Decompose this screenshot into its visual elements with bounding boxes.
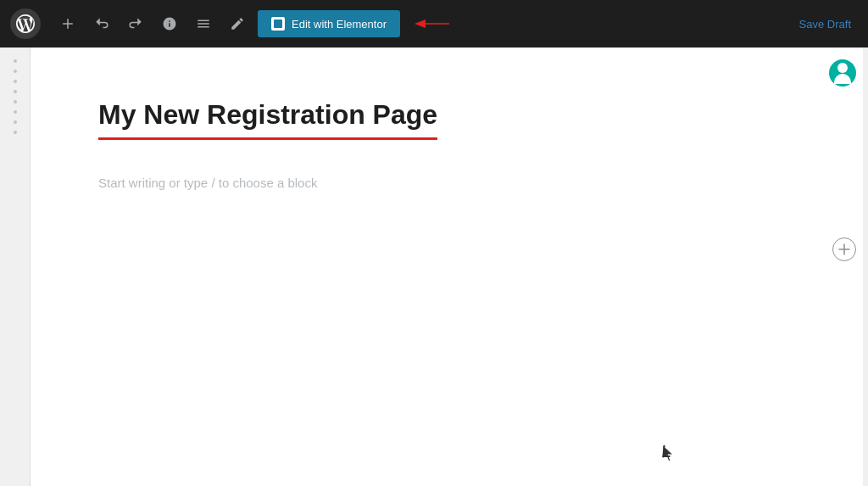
main-content: My New Registration Page Start writing o…	[31, 47, 868, 486]
strip-dot	[14, 110, 17, 114]
strip-dot	[14, 100, 17, 103]
strip-dot	[14, 80, 17, 83]
list-icon	[196, 16, 211, 31]
add-block-button[interactable]	[832, 237, 856, 261]
plus-circle-icon	[838, 243, 850, 255]
block-placeholder[interactable]: Start writing or type / to choose a bloc…	[98, 165, 726, 201]
edit-elementor-label: Edit with Elementor	[292, 18, 387, 31]
arrow-indicator	[410, 15, 453, 32]
strip-dot	[14, 70, 17, 73]
avatar[interactable]	[829, 59, 856, 87]
strip-dot	[14, 59, 17, 63]
toolbar: Edit with Elementor Save Draft	[0, 0, 868, 47]
wordpress-icon	[16, 14, 35, 33]
page-title[interactable]: My New Registration Page	[98, 98, 437, 140]
undo-button[interactable]	[88, 10, 115, 37]
cursor-icon	[663, 445, 676, 462]
pencil-icon	[230, 16, 245, 31]
scrollbar[interactable]	[863, 47, 868, 486]
arrow-icon	[410, 15, 453, 32]
info-icon	[162, 16, 177, 31]
list-button[interactable]	[190, 10, 217, 37]
toolbar-right: Save Draft	[793, 14, 858, 34]
redo-button[interactable]	[122, 10, 149, 37]
undo-icon	[94, 16, 109, 31]
strip-dot	[14, 120, 17, 124]
redo-icon	[128, 16, 143, 31]
plus-icon	[60, 16, 75, 31]
add-block-toolbar-button[interactable]	[54, 10, 81, 37]
strip-dot	[14, 131, 17, 134]
strip-dot	[14, 90, 17, 93]
wp-logo[interactable]	[10, 8, 41, 39]
left-sidebar-strip	[0, 47, 31, 486]
elementor-icon	[271, 17, 285, 31]
mouse-cursor	[663, 445, 673, 461]
edit-mode-button[interactable]	[224, 10, 251, 37]
editor-area: My New Registration Page Start writing o…	[31, 47, 793, 235]
edit-with-elementor-button[interactable]: Edit with Elementor	[258, 10, 400, 37]
block-placeholder-text: Start writing or type / to choose a bloc…	[98, 176, 317, 190]
info-button[interactable]	[156, 10, 183, 37]
save-draft-button[interactable]: Save Draft	[793, 14, 858, 34]
